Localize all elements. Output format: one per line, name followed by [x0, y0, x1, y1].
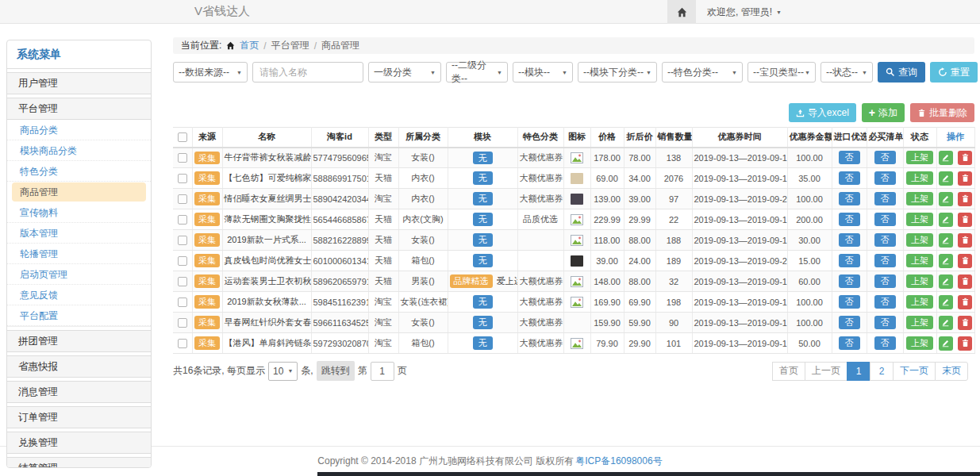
sidebar-group[interactable]: 拼团管理: [7, 330, 151, 352]
jump-button[interactable]: 跳转到: [317, 361, 355, 381]
delete-button[interactable]: [958, 254, 972, 268]
import-optimal-toggle[interactable]: 否: [839, 151, 860, 164]
row-checkbox[interactable]: [178, 215, 187, 225]
edit-button[interactable]: [939, 295, 953, 309]
batch-delete-button[interactable]: 批量删除: [910, 103, 974, 122]
must-buy-toggle[interactable]: 否: [874, 171, 896, 185]
sidebar-group-users[interactable]: 用户管理: [7, 72, 151, 94]
edit-button[interactable]: [939, 254, 953, 268]
breadcrumb-home-link[interactable]: 首页: [240, 39, 259, 52]
edit-button[interactable]: [939, 192, 953, 206]
page-button[interactable]: 首页: [772, 362, 805, 381]
row-checkbox[interactable]: [178, 174, 187, 183]
must-buy-toggle[interactable]: 否: [874, 213, 896, 226]
row-checkbox[interactable]: [178, 236, 187, 245]
delete-button[interactable]: [958, 274, 972, 289]
row-checkbox[interactable]: [178, 256, 187, 266]
must-buy-toggle[interactable]: 否: [874, 192, 896, 205]
sidebar-group-platform[interactable]: 平台管理: [7, 98, 151, 120]
sidebar-subitem[interactable]: 启动页管理: [7, 264, 151, 285]
delete-button[interactable]: [958, 192, 972, 206]
status-button[interactable]: 上架: [906, 274, 933, 288]
import-optimal-toggle[interactable]: 否: [839, 316, 860, 329]
sidebar-subitem[interactable]: 特色分类: [7, 161, 151, 182]
edit-button[interactable]: [939, 233, 953, 248]
import-optimal-toggle[interactable]: 否: [839, 213, 860, 226]
page-button[interactable]: 2: [870, 362, 894, 381]
per-page-select[interactable]: 10 ▼: [268, 362, 298, 381]
page-button[interactable]: 下一页: [893, 362, 936, 381]
edit-button[interactable]: [939, 274, 953, 289]
must-buy-toggle[interactable]: 否: [874, 233, 896, 247]
delete-button[interactable]: [958, 171, 972, 186]
sidebar-group[interactable]: 订单管理: [7, 406, 151, 428]
user-menu[interactable]: 欢迎您, 管理员! ▼: [707, 6, 782, 19]
select-all-checkbox[interactable]: [178, 132, 187, 142]
import-optimal-toggle[interactable]: 否: [839, 336, 860, 350]
search-button[interactable]: 查询: [878, 62, 925, 83]
status-button[interactable]: 上架: [906, 254, 933, 267]
sidebar-group[interactable]: 省惠快报: [7, 355, 151, 378]
import-optimal-toggle[interactable]: 否: [839, 233, 860, 247]
edit-button[interactable]: [939, 151, 953, 165]
page-button[interactable]: 末页: [935, 362, 968, 381]
page-number-input[interactable]: [371, 362, 394, 381]
sidebar-subitem[interactable]: 轮播管理: [7, 244, 151, 264]
sidebar-subitem[interactable]: 宣传物料: [7, 202, 151, 223]
import-excel-button[interactable]: 导入excel: [789, 103, 856, 122]
must-buy-toggle[interactable]: 否: [874, 151, 896, 164]
row-checkbox[interactable]: [178, 318, 187, 328]
edit-button[interactable]: [939, 171, 953, 186]
page-button[interactable]: 1: [847, 362, 870, 381]
sidebar-subitem[interactable]: 版本管理: [7, 223, 151, 244]
sidebar-subitem[interactable]: 商品管理: [12, 182, 146, 202]
row-checkbox[interactable]: [178, 194, 187, 204]
page-button[interactable]: 上一页: [805, 362, 847, 381]
edit-button[interactable]: [939, 336, 953, 351]
import-optimal-toggle[interactable]: 否: [839, 274, 860, 288]
import-optimal-toggle[interactable]: 否: [839, 254, 860, 267]
filter-category1-select[interactable]: 一级分类▼: [368, 62, 441, 83]
delete-button[interactable]: [958, 213, 972, 227]
row-checkbox[interactable]: [178, 339, 187, 348]
delete-button[interactable]: [958, 295, 972, 309]
status-button[interactable]: 上架: [906, 336, 933, 350]
status-button[interactable]: 上架: [906, 295, 933, 309]
add-button[interactable]: + 添加: [862, 103, 905, 122]
filter-category2-select[interactable]: --二级分类--▼: [446, 62, 508, 83]
status-button[interactable]: 上架: [906, 233, 933, 247]
icp-link[interactable]: 粤ICP备16098006号: [575, 455, 662, 468]
must-buy-toggle[interactable]: 否: [874, 295, 896, 309]
sidebar-subitem[interactable]: 商品分类: [7, 120, 151, 140]
import-optimal-toggle[interactable]: 否: [839, 295, 860, 309]
import-optimal-toggle[interactable]: 否: [839, 171, 860, 185]
name-search-input[interactable]: [252, 62, 363, 83]
import-optimal-toggle[interactable]: 否: [839, 192, 860, 205]
filter-data-source-select[interactable]: --数据来源--▼: [173, 62, 248, 83]
row-checkbox[interactable]: [178, 277, 187, 286]
must-buy-toggle[interactable]: 否: [874, 274, 896, 288]
sidebar-subitem[interactable]: 模块商品分类: [7, 140, 151, 161]
filter-module-sub-select[interactable]: --模块下分类--▼: [578, 62, 657, 83]
sidebar-subitem[interactable]: 意见反馈: [7, 285, 151, 305]
filter-status-select[interactable]: --状态--▼: [821, 62, 873, 83]
edit-button[interactable]: [939, 213, 953, 227]
must-buy-toggle[interactable]: 否: [874, 316, 896, 329]
reset-button[interactable]: 重置: [930, 62, 978, 83]
row-checkbox[interactable]: [178, 153, 187, 163]
must-buy-toggle[interactable]: 否: [874, 254, 896, 267]
sidebar-group[interactable]: 结算管理: [7, 457, 151, 468]
row-checkbox[interactable]: [178, 298, 187, 307]
delete-button[interactable]: [958, 151, 972, 165]
status-button[interactable]: 上架: [906, 213, 933, 226]
filter-feature-select[interactable]: --特色分类--▼: [662, 62, 743, 83]
delete-button[interactable]: [958, 233, 972, 248]
delete-button[interactable]: [958, 316, 972, 330]
status-button[interactable]: 上架: [906, 192, 933, 205]
filter-module-select[interactable]: --模块--▼: [513, 62, 573, 83]
sidebar-group[interactable]: 消息管理: [7, 381, 151, 403]
sidebar-subitem[interactable]: 平台配置: [7, 305, 151, 326]
must-buy-toggle[interactable]: 否: [874, 336, 896, 350]
home-button[interactable]: [667, 0, 696, 24]
filter-item-type-select[interactable]: --宝贝类型--▼: [747, 62, 816, 83]
